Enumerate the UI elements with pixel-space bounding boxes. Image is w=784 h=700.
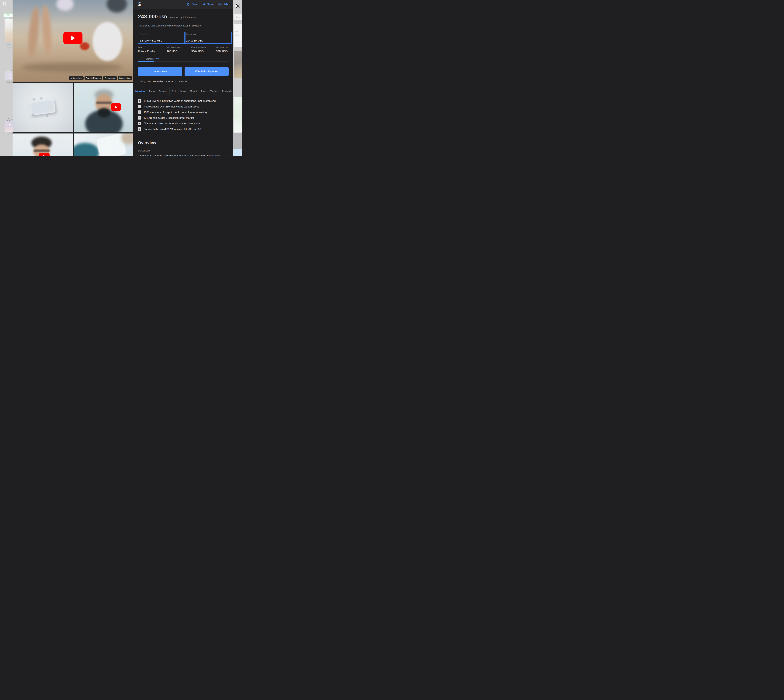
tab-pitch[interactable]: Pitch (169, 87, 179, 95)
play-button-icon[interactable] (39, 153, 50, 157)
create-button-fragment: CR (3, 13, 13, 17)
bg-card-title: T (10, 17, 12, 19)
share-price-label: Share Price (140, 33, 184, 35)
category-tags: Notable Agel Female Founder Ecommerce Su… (69, 76, 132, 80)
purchased-percent: 46% (155, 58, 159, 60)
tab-team[interactable]: Team (199, 87, 208, 95)
share-price-value: 1 Share = 6.00 USD (140, 39, 162, 42)
bg-card-thumbnail (5, 19, 13, 42)
bg-right-thumbnail (234, 97, 242, 133)
backdrop-left: ΠY YU CR T 248,0 The plas Valua D a The … (0, 0, 13, 157)
invest-now-button[interactable]: Invest Now (138, 67, 182, 76)
photo-thumbnail-plastic-part[interactable] (13, 83, 73, 132)
tab-news[interactable]: News (179, 87, 188, 95)
funding-goal-label: Funding goal (186, 33, 230, 35)
highlight-number: 4 (138, 116, 141, 120)
tab-terms[interactable]: Terms (147, 87, 157, 95)
description-subtitle: Description (138, 149, 151, 152)
days-left: 172 days left (175, 80, 187, 83)
tab-financials[interactable]: Financials (221, 87, 233, 95)
highlight-number: 6 (138, 127, 141, 131)
progress-fill (138, 61, 154, 62)
closing-date-label: Closing Date (138, 80, 150, 83)
play-button-icon[interactable] (111, 103, 121, 111)
amount-raised: 248,000 USD invested by 62 investors (138, 13, 197, 20)
tab-rewards[interactable]: Rewards (157, 87, 169, 95)
bg-card-chip: Valua (7, 50, 11, 52)
bg-card-title: D (11, 69, 13, 72)
filters-button-fragment: ters (234, 14, 242, 20)
watch-for-updates-button[interactable]: Watch For Updates (185, 67, 229, 76)
funding-goal-value: 10k to 5M USD (186, 39, 203, 42)
bg-card-title: O (11, 118, 13, 120)
close-icon[interactable] (235, 3, 240, 8)
panel-header: ΠY YU Save Share (133, 0, 233, 9)
share-price-box: Share Price 1 Share = 6.00 USD (138, 32, 186, 44)
eye-off-icon (218, 3, 222, 6)
heart-icon (187, 3, 191, 6)
overview-section-title: Overview (138, 140, 156, 145)
bg-card-desc: The plas (7, 47, 12, 48)
investors-note: invested by 62 investors (170, 16, 197, 19)
bg-right-block (233, 133, 242, 149)
stat-valuation-cap: Valuation cap 50M USD (216, 46, 229, 53)
tag-chip[interactable]: Notable Agel (69, 76, 84, 80)
bg-right-thumbnail (234, 51, 242, 78)
company-icon (7, 70, 9, 72)
closing-date-row: Closing DateDecember 28, 2023172 days le… (138, 80, 187, 83)
closing-date-value: December 28, 2023 (153, 80, 173, 83)
highlight-number: 1 (138, 99, 141, 103)
highlight-item: 2 Representing over 250 metric tons carb… (138, 105, 217, 108)
investment-detail-panel: ΠY YU Save Share (133, 0, 233, 157)
hide-button[interactable]: Hide (218, 3, 228, 6)
backdrop-right: ters (233, 0, 242, 157)
highlight-item: 1 $1.6M revenue in first two years of op… (138, 99, 217, 103)
bg-right-block (233, 149, 242, 157)
video-thumbnail-founder-2[interactable] (13, 133, 73, 157)
purchased-label: Purchased46% (145, 58, 159, 60)
video-thumbnail-beach[interactable] (13, 0, 133, 82)
share-arrow-icon (202, 3, 206, 6)
funding-goal-box: Funding goal 10k to 5M USD (184, 32, 232, 44)
bg-right-card (234, 24, 242, 47)
stat-max-investment: Max. Investment 300k USD (191, 46, 216, 53)
bg-card-amount: 248,0 (7, 43, 12, 46)
raised-amount: 248,000 (138, 13, 158, 20)
photo-thumbnail-jar[interactable] (74, 133, 133, 157)
scroll-indicator-bar[interactable] (133, 155, 233, 157)
share-button[interactable]: Share (202, 3, 214, 6)
tab-tractions[interactable]: Tractions (208, 87, 221, 95)
progress-bar (138, 61, 229, 62)
raised-currency: USD (159, 15, 167, 19)
tag-chip[interactable]: Subscriotion (118, 76, 132, 80)
tag-chip[interactable]: Female Founder (85, 76, 102, 80)
bg-card-amount: 1,485 (7, 132, 13, 135)
stat-type: Type Future Equity (138, 46, 167, 53)
highlight-item: 4 $21.7B non-cyclical, recession-proof m… (138, 116, 217, 120)
site-logo-dimmed: ΠY YU (3, 2, 6, 6)
qyyu-logo: ΠY YU (138, 2, 141, 7)
highlight-number: 5 (138, 122, 141, 125)
highlight-number: 2 (138, 105, 141, 108)
highlight-item: 5 All star team that has founded several… (138, 122, 217, 125)
save-button[interactable]: Save (187, 3, 197, 6)
section-tabs: Overview Terms Rewards Pitch News Market… (133, 87, 233, 95)
tab-market[interactable]: Market (188, 87, 199, 95)
company-icon (6, 17, 9, 19)
bg-thumb-logo: a (8, 73, 11, 77)
video-thumbnail-founder[interactable] (74, 83, 133, 132)
tag-chip[interactable]: Ecommerce (103, 76, 117, 80)
terms-stats-row: Type Future Equity Min. Investment 100 U… (138, 46, 229, 53)
header-actions: Save Share Hide (187, 0, 228, 9)
stat-min-investment: Min. Investment 100 USD (167, 46, 191, 53)
bg-card-chip: Valuatio (7, 84, 13, 86)
company-tagline: The plastic that completely disintegrate… (138, 24, 202, 27)
highlight-item: 3 1300 members of prepaid death care pla… (138, 110, 217, 114)
tab-overview[interactable]: Overview (133, 87, 147, 95)
play-button-icon[interactable] (64, 32, 82, 44)
highlight-number: 3 (138, 110, 141, 114)
media-gallery: Notable Agel Female Founder Ecommerce Su… (13, 0, 133, 157)
crowdfunding-detail-page: ΠY YU CR T 248,0 The plas Valua D a The … (0, 0, 242, 157)
highlights-list: 1 $1.6M revenue in first two years of op… (138, 99, 217, 133)
highlight-item: 6 Successfully raised $17M in series A1,… (138, 127, 217, 131)
